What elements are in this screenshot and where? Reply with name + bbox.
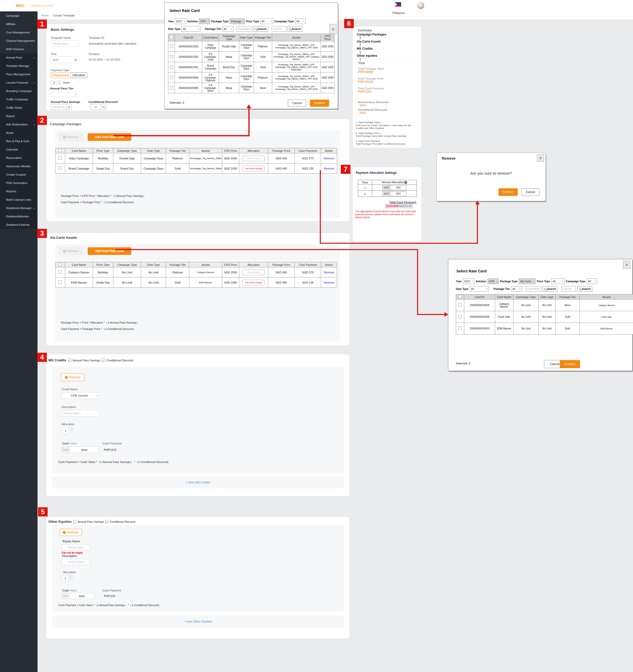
filter-select[interactable]: All∨ <box>181 26 201 32</box>
sidebar-item-poe-generation[interactable]: POE Generation <box>0 179 38 187</box>
row-checkbox[interactable] <box>58 270 62 274</box>
sidebar-item-batch-upload-links[interactable]: Batch Upload Links <box>0 196 38 204</box>
search-button[interactable]: Search <box>253 26 268 32</box>
annual-pass-savings-checkbox[interactable] <box>73 520 76 523</box>
cash-value-input[interactable]: 9000 <box>69 593 95 599</box>
close-icon[interactable]: X <box>537 154 544 162</box>
sidebar-item-traffic-rules[interactable]: Traffic Rules <box>0 104 38 112</box>
times-input[interactable]: 2 <box>51 80 57 85</box>
sidebar-item-asset[interactable]: Asset <box>0 129 38 137</box>
remove-selected-button[interactable]: ✕Remove <box>59 247 83 255</box>
sidebar-item-campaign[interactable]: Campaign‹ <box>0 11 38 20</box>
template-name-input[interactable] <box>51 40 79 47</box>
filter-select[interactable]: Ala Carte∨ <box>519 279 535 284</box>
select-all-checkbox[interactable] <box>458 295 462 298</box>
filter-select[interactable]: All∨ <box>295 19 306 24</box>
sidebar-item-msp-partners[interactable]: MSP Partners‹ <box>0 45 38 53</box>
row-checkbox[interactable] <box>170 65 173 69</box>
row-checkbox[interactable] <box>458 315 462 318</box>
filter-select[interactable]: 2023∨ <box>463 279 474 284</box>
sidebar-item-reports[interactable]: Reports <box>0 187 38 196</box>
row-checkbox[interactable] <box>170 55 173 58</box>
annual-pass-savings-input[interactable] <box>51 104 66 110</box>
filter-select[interactable]: All∨ <box>222 26 234 32</box>
new-ms-credits-link[interactable]: + New MS Credits <box>186 481 210 484</box>
sidebar-item-traffic-campaign[interactable]: Traffic Campaign <box>0 95 38 104</box>
remove-row-link[interactable]: Remove <box>324 271 334 274</box>
payment-option-utilization[interactable]: Utilization <box>71 72 87 78</box>
annual-pass-savings-checkbox[interactable] <box>68 359 71 362</box>
row-checkbox[interactable] <box>170 76 173 79</box>
cancel-button[interactable]: Cancel <box>288 100 306 107</box>
description-input[interactable] <box>62 559 90 565</box>
allocation-input[interactable]: 1 <box>62 575 69 581</box>
sidebar-item-calendar[interactable]: Calendar <box>0 145 38 154</box>
add-from-rate-card-button[interactable]: Add from Rate Card <box>88 247 131 255</box>
conditional-discount-input[interactable]: 30 <box>91 104 101 110</box>
row-checkbox[interactable] <box>170 45 173 48</box>
filter-select[interactable]: All∨ <box>511 286 522 292</box>
amount-input[interactable]: 600 <box>390 191 407 196</box>
year-input[interactable]: 2022 ✕ <box>51 56 79 63</box>
sidebar-item-res-pkg-gud[interactable]: Res & Pkg & Gud <box>0 137 38 145</box>
breadcrumb-home-link[interactable]: Home <box>41 14 49 17</box>
clear-icon[interactable]: ✕ <box>74 58 77 61</box>
amount-input[interactable]: 400 <box>390 185 407 190</box>
close-icon[interactable]: X <box>330 24 337 34</box>
philippines-flag-icon[interactable] <box>394 2 401 7</box>
card-id-search-input[interactable] <box>561 286 576 292</box>
row-checkbox[interactable] <box>458 303 462 307</box>
allocation-stepper[interactable]: +- <box>69 575 73 581</box>
filter-select[interactable]: All∨ <box>469 286 489 292</box>
sidebar-item-datafeedsmonitor[interactable]: DatafeedsMonitor <box>0 212 38 221</box>
annual-pass-tier-select[interactable]: ∨ <box>51 92 78 97</box>
sidebar-item-affiliate[interactable]: Affiliate‹ <box>0 20 38 28</box>
filter-select[interactable]: All∨ <box>587 279 597 284</box>
search-button[interactable]: Search <box>287 26 302 32</box>
sidebar-item-annual-pass[interactable]: Annual Pass∨ <box>0 53 38 62</box>
sidebar-item-datafeed-external[interactable]: Datafeed External <box>0 221 38 229</box>
remove-equity-button[interactable]: ✕Remove <box>59 529 82 536</box>
filter-select[interactable]: All∨ <box>552 279 565 284</box>
sidebar-item-cost-management[interactable]: Cost Management‹ <box>0 28 38 37</box>
filter-select[interactable]: All∨ <box>260 19 273 24</box>
sidebar-item-impression-monitor[interactable]: Impression Monitor <box>0 162 38 170</box>
description-input[interactable] <box>62 410 99 416</box>
cash-value-input[interactable]: 9000 <box>70 447 99 453</box>
sidebar-item-ads-redemption[interactable]: Ads Redemption∨ <box>0 120 38 129</box>
row-checkbox[interactable] <box>58 157 62 160</box>
filter-select[interactable]: Package∨ <box>229 19 245 24</box>
select-all-checkbox[interactable] <box>58 263 62 266</box>
card-name-search-input[interactable] <box>237 26 252 32</box>
allocation-input[interactable]: 1 <box>62 427 69 434</box>
new-other-equities-link[interactable]: + New Other Equities <box>184 620 212 623</box>
info-icon[interactable] <box>404 181 407 184</box>
allocation-input[interactable]: Can not be empty <box>242 280 265 285</box>
search-button[interactable]: Search <box>577 286 592 292</box>
filter-select[interactable]: 2023∨ <box>175 19 186 24</box>
sidebar-item-report[interactable]: Report <box>0 112 38 120</box>
row-checkbox[interactable] <box>458 327 462 330</box>
confirm-button[interactable]: Confirm <box>310 100 329 107</box>
sidebar-item-lazada-powered[interactable]: Lazada Powered∨ <box>0 78 38 87</box>
card-id-search-input[interactable] <box>272 26 286 32</box>
cancel-button[interactable]: Cancel <box>521 188 539 196</box>
conditional-discount-checkbox[interactable] <box>102 359 105 362</box>
allocation-input[interactable]: Please input <box>242 155 265 161</box>
remove-row-link[interactable]: Remove <box>324 281 334 284</box>
sidebar-item-create-coupon[interactable]: Create Coupon <box>0 170 38 179</box>
payment-option-prepayment[interactable]: Prepayment <box>51 72 71 78</box>
avatar[interactable] <box>417 2 424 9</box>
allocation-input[interactable]: Please input <box>242 270 265 275</box>
filter-select[interactable]: CPD∨ <box>199 19 210 24</box>
remove-credit-button[interactable]: ✕Remove <box>61 374 84 381</box>
credit-name-select[interactable]: CPM Voucher∨ <box>62 392 99 399</box>
close-icon[interactable]: X <box>623 261 630 269</box>
sidebar-item-reservation[interactable]: Reservation <box>0 154 38 162</box>
card-name-search-input[interactable] <box>526 286 541 292</box>
select-all-checkbox[interactable] <box>58 149 62 152</box>
conditional-discount-checkbox[interactable] <box>105 520 108 523</box>
remove-selected-button[interactable]: ✕Remove <box>59 133 83 141</box>
equity-name-input[interactable] <box>62 544 90 550</box>
allocation-stepper[interactable]: +- <box>70 428 73 434</box>
